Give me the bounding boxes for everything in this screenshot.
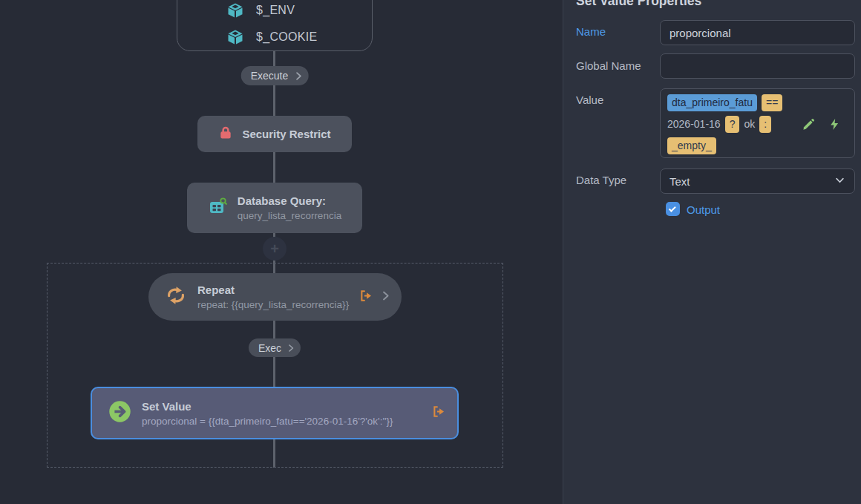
arrow-circle-right-icon — [108, 400, 131, 426]
node-database-query[interactable]: Database Query: query_lista_recorrencia — [187, 183, 362, 233]
repeat-icon — [165, 284, 187, 310]
node-title: Database Query: — [238, 194, 341, 207]
node-title: Set Value — [142, 400, 421, 413]
properties-panel: Set Value Properties Name Global Name Va… — [563, 0, 861, 504]
token-operator[interactable]: : — [759, 116, 771, 133]
global-variable-cookie[interactable]: $_COOKIE — [177, 27, 372, 47]
name-input[interactable] — [660, 20, 855, 45]
global-name-input[interactable] — [660, 53, 855, 79]
value-token-list: dta_primeiro_fatu == 2026-01-16 ? ok : _… — [667, 94, 805, 154]
edit-pencil-icon[interactable] — [802, 117, 816, 131]
cube-icon — [226, 1, 244, 19]
token-literal[interactable]: 2026-01-16 — [667, 116, 721, 133]
data-type-label: Data Type — [576, 174, 626, 186]
token-operator[interactable]: == — [762, 94, 782, 111]
globals-variables-box[interactable]: $_ENV $_COOKIE — [177, 0, 373, 51]
token-variable[interactable]: dta_primeiro_fatu — [667, 94, 757, 111]
token-literal[interactable]: ok — [744, 116, 755, 133]
chevron-right-icon — [287, 344, 295, 353]
data-type-value: Text — [670, 175, 690, 188]
token-operator[interactable]: ? — [725, 116, 740, 133]
check-icon — [669, 205, 676, 212]
value-expression-box[interactable]: dta_primeiro_fatu == 2026-01-16 ? ok : _… — [660, 88, 855, 158]
global-variable-label: $_COOKIE — [256, 30, 317, 44]
execute-connector-label: Execute — [251, 70, 289, 82]
node-subtitle: repeat: {{query_lista_recorrencia}} — [197, 299, 348, 310]
node-security-restrict[interactable]: Security Restrict — [197, 116, 352, 152]
panel-title: Set Value Properties — [576, 0, 701, 9]
output-checkbox[interactable] — [666, 202, 680, 216]
global-name-label: Global Name — [576, 59, 641, 72]
database-query-icon — [208, 196, 229, 220]
lock-icon — [218, 125, 233, 143]
global-variable-label: $_ENV — [256, 4, 295, 17]
chevron-down-icon — [834, 174, 845, 188]
cube-icon — [226, 28, 244, 46]
add-node-button[interactable]: + — [263, 237, 287, 261]
node-subtitle: query_lista_recorrencia — [238, 210, 341, 221]
node-title: Repeat — [197, 284, 348, 296]
chevron-right-icon[interactable] — [380, 290, 391, 304]
node-title: Security Restrict — [242, 128, 330, 140]
data-type-select[interactable]: Text — [660, 168, 855, 194]
name-label: Name — [576, 25, 606, 38]
exec-connector-label: Exec — [258, 342, 281, 354]
chevron-right-icon — [293, 71, 303, 81]
exit-loop-icon[interactable] — [359, 289, 373, 306]
node-set-value[interactable]: Set Value proporcional = {{dta_primeiro_… — [91, 387, 459, 439]
token-empty[interactable]: _empty_ — [667, 137, 716, 154]
node-subtitle: proporcional = {{dta_primeiro_fatu=='202… — [142, 416, 421, 427]
value-label: Value — [576, 94, 603, 106]
macro-lightning-icon[interactable] — [828, 117, 841, 131]
output-checkbox-label[interactable]: Output — [687, 203, 720, 216]
global-variable-env[interactable]: $_ENV — [177, 1, 372, 20]
exit-loop-icon[interactable] — [431, 405, 445, 422]
exec-connector-button[interactable]: Exec — [249, 338, 301, 357]
flow-canvas[interactable]: + $_ENV $_C — [0, 0, 563, 504]
execute-connector-button[interactable]: Execute — [241, 66, 309, 85]
node-repeat[interactable]: Repeat repeat: {{query_lista_recorrencia… — [148, 273, 402, 321]
